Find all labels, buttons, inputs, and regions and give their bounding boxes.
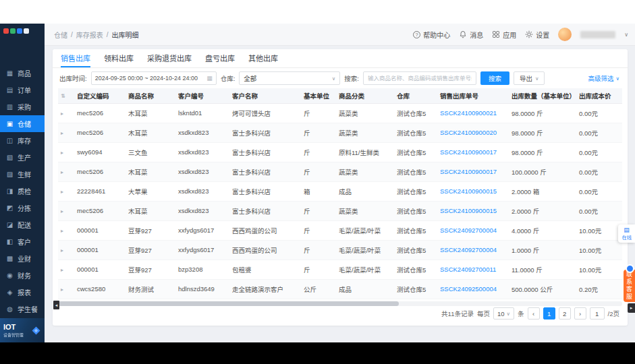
- sidebar: ▦商品▤订单▥采购▣仓储◫库存▧生产▨生鲜◨质检◩分拣◪配送◧客户▩业财◉财务◈…: [0, 24, 45, 342]
- sidebar-item-13[interactable]: ◈报表: [0, 284, 45, 301]
- page-size-select[interactable]: 10 ∨: [493, 307, 514, 320]
- sidebar-item-6[interactable]: ▨生鲜: [0, 166, 45, 183]
- cell-order_no[interactable]: SSCK24100900021: [437, 103, 509, 123]
- sidebar-item-1[interactable]: ▤订单: [0, 82, 45, 98]
- time-filter-label: 出库时间:: [59, 73, 87, 83]
- page-1-button[interactable]: 1: [543, 307, 555, 320]
- settings-button[interactable]: 设置: [525, 30, 549, 40]
- contact-service-button[interactable]: 联系客服: [624, 270, 635, 302]
- cell-qty: 2.0000 斤: [509, 201, 576, 220]
- cell-cust_code: lskntd01: [175, 103, 229, 123]
- row-expand-icon[interactable]: ▸: [61, 111, 63, 117]
- messages-button[interactable]: 消息: [459, 30, 483, 40]
- cell-category: 原料11/生鲜类: [336, 142, 394, 162]
- cell-product: 财务测试: [126, 279, 175, 299]
- grid-icon: [492, 30, 500, 38]
- sidebar-item-3[interactable]: ▣仓储: [0, 115, 45, 132]
- help-center-button[interactable]: ? 帮助中心: [413, 30, 450, 40]
- sidebar-item-5[interactable]: ▧生产: [0, 149, 45, 166]
- sidebar-item-4[interactable]: ◫库存: [0, 132, 45, 149]
- cell-product: 大苹果: [126, 181, 175, 201]
- page-2-button[interactable]: 2: [559, 307, 571, 320]
- total-pages-label: /2页: [608, 309, 619, 318]
- row-expand-icon[interactable]: ▸: [61, 267, 63, 273]
- sidebar-item-9[interactable]: ◪配送: [0, 216, 45, 233]
- sidebar-item-14[interactable]: ◍学生餐: [0, 301, 45, 317]
- sidebar-item-0[interactable]: ▦商品: [0, 65, 45, 82]
- sidebar-item-10[interactable]: ◧客户: [0, 233, 45, 250]
- cell-order_no[interactable]: SSCK24092700011: [437, 260, 509, 279]
- tab-4[interactable]: 其他出库: [248, 49, 278, 67]
- customers-icon: ◧: [6, 238, 13, 245]
- sidebar-item-label: 学生餐: [18, 304, 38, 314]
- tab-3[interactable]: 盘亏出库: [205, 49, 235, 67]
- search-button[interactable]: 搜索: [480, 71, 509, 85]
- cell-unit: 斤: [301, 240, 336, 260]
- cell-category: 成品: [336, 279, 394, 299]
- breadcrumb-item-warehouse[interactable]: 仓储: [54, 30, 67, 40]
- sidebar-item-8[interactable]: ◩分拣: [0, 200, 45, 216]
- row-expand-icon[interactable]: ▸: [61, 189, 63, 195]
- row-expand-cell: ▸: [58, 162, 74, 181]
- sidebar-item-label: 生鲜: [18, 169, 31, 179]
- cell-order_no[interactable]: SSCK24092500004: [437, 279, 509, 299]
- pagination: 共11条记录 每页 10 ∨ 条 ‹ 1 2 › 1 /2页: [441, 307, 619, 320]
- page-jump-input[interactable]: 1: [590, 307, 605, 320]
- export-button[interactable]: 导出 ∨: [514, 71, 545, 85]
- search-input[interactable]: [363, 71, 476, 85]
- cell-order_no[interactable]: SSCK24100900017: [437, 142, 509, 162]
- cell-order_no[interactable]: SSCK24100900020: [437, 123, 509, 142]
- apps-button[interactable]: 应用: [492, 30, 516, 40]
- row-expand-icon[interactable]: ▸: [61, 228, 63, 234]
- breadcrumb: 仓储 / 库存报表 / 出库明细: [45, 30, 139, 40]
- sidebar-item-2[interactable]: ▥采购: [0, 98, 45, 115]
- export-label: 导出: [520, 73, 532, 83]
- tab-0[interactable]: 销售出库: [61, 49, 90, 67]
- avatar[interactable]: [558, 28, 572, 41]
- cell-product: 木耳菜: [126, 123, 175, 142]
- sidebar-item-11[interactable]: ▩业财: [0, 250, 45, 267]
- cell-cust_name: 西西鸡蛋的公司: [229, 220, 301, 240]
- topbar-actions: ? 帮助中心 消息 应用: [413, 24, 628, 45]
- sidebar-item-12[interactable]: ◉财务: [0, 267, 45, 284]
- cell-unit: 箱: [301, 181, 336, 201]
- tab-2[interactable]: 采购退货出库: [147, 49, 192, 67]
- expand-all-icon[interactable]: ⇅: [61, 93, 65, 99]
- user-name-blurred[interactable]: [580, 31, 615, 38]
- scrollbar-thumb[interactable]: [58, 301, 399, 306]
- row-expand-icon[interactable]: ▸: [61, 169, 63, 175]
- logo-white-square: [24, 28, 29, 34]
- cell-order_no[interactable]: SSCK24100900015: [437, 201, 509, 220]
- next-page-button[interactable]: ›: [574, 307, 586, 320]
- row-expand-icon[interactable]: ▸: [61, 247, 63, 253]
- cell-order_no[interactable]: SSCK24100900017: [437, 162, 509, 181]
- horizontal-scrollbar[interactable]: [58, 301, 622, 306]
- tab-1[interactable]: 领料出库: [104, 49, 134, 67]
- cell-cost: 0.00元: [576, 142, 622, 162]
- prev-page-button[interactable]: ‹: [528, 307, 540, 320]
- cell-product: 豆芽927: [126, 240, 175, 260]
- cell-qty: 500.0000 公斤: [509, 279, 576, 299]
- cell-unit: 斤: [301, 142, 336, 162]
- advanced-filter-link[interactable]: 高级筛选 ∨: [588, 73, 619, 83]
- table-head: ⇅ 自定义编码 商品名称 客户编号 客户名称 基本单位 商品分类 仓库 销售出库…: [58, 88, 622, 103]
- breadcrumb-item-inventory-report[interactable]: 库存报表: [76, 30, 103, 40]
- row-expand-icon[interactable]: ▸: [61, 150, 63, 156]
- scroll-left-button[interactable]: ◂: [53, 301, 59, 309]
- col-product-name: 商品名称: [126, 88, 175, 103]
- table-row-6: ▸000001豆芽927xxfydgs6017西西鸡蛋的公司斤毛菜/蔬菜/叶菜测…: [58, 220, 622, 240]
- cell-order_no[interactable]: SSCK24100900015: [437, 181, 509, 201]
- online-chat-widget[interactable]: ▤ 在线: [618, 224, 635, 243]
- row-expand-icon[interactable]: ▸: [61, 208, 63, 214]
- row-expand-icon[interactable]: ▸: [61, 286, 63, 293]
- scroll-right-button[interactable]: ▸: [628, 303, 635, 313]
- calendar-icon: ▦: [206, 75, 213, 82]
- cell-order_no[interactable]: SSCK24092700004: [437, 240, 509, 260]
- sidebar-item-7[interactable]: ◨质检: [0, 183, 45, 200]
- row-expand-icon[interactable]: ▸: [61, 130, 63, 136]
- cell-order_no[interactable]: SSCK24092700004: [437, 220, 509, 240]
- cell-unit: 斤: [301, 162, 336, 181]
- date-range-input[interactable]: 2024-09-25 00:00 ~ 2024-10-24 24:00 ▦: [91, 71, 217, 85]
- warehouse-select[interactable]: 全部 ∨: [239, 71, 340, 85]
- user-menu-chevron-icon[interactable]: ∨: [624, 32, 628, 38]
